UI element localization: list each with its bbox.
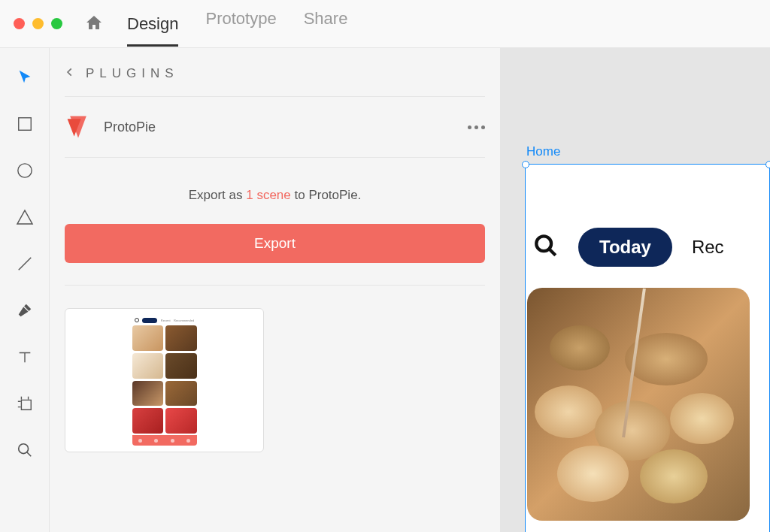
- artboard-tool[interactable]: [15, 394, 35, 413]
- title-bar: Design Prototype Share: [0, 0, 770, 48]
- artboard-label[interactable]: Home: [526, 144, 770, 159]
- back-chevron-icon[interactable]: [65, 67, 75, 80]
- svg-rect-0: [18, 118, 31, 131]
- tab-design[interactable]: Design: [127, 14, 178, 47]
- protopie-icon: [65, 113, 92, 141]
- rectangle-tool[interactable]: [15, 114, 35, 134]
- zoom-tool[interactable]: [15, 440, 35, 460]
- today-pill: Today: [578, 228, 672, 267]
- close-window-button[interactable]: [14, 18, 25, 29]
- tool-sidebar: [0, 48, 50, 532]
- svg-point-3: [536, 236, 551, 251]
- recent-tab: Rec: [692, 237, 724, 258]
- home-icon[interactable]: [85, 14, 103, 35]
- selection-handle[interactable]: [522, 161, 529, 168]
- export-description: Export as 1 scene to ProtoPie.: [65, 158, 485, 224]
- hero-image: [527, 288, 750, 521]
- thumbnail-preview: Recent Recommended: [130, 315, 199, 446]
- maximize-window-button[interactable]: [51, 18, 62, 29]
- scene-thumbnail[interactable]: Recent Recommended: [65, 308, 264, 452]
- scene-count: 1 scene: [246, 188, 291, 202]
- line-tool[interactable]: [15, 254, 35, 274]
- search-icon: [533, 233, 559, 261]
- selection-handle[interactable]: [765, 161, 770, 168]
- plugins-panel: PLUGINS ProtoPie Export as 1 scene to Pr…: [50, 48, 501, 532]
- artboard-home[interactable]: Today Rec: [525, 164, 770, 532]
- ellipse-tool[interactable]: [15, 161, 35, 180]
- select-tool[interactable]: [15, 68, 35, 87]
- svg-point-1: [17, 164, 31, 177]
- plugin-name: ProtoPie: [104, 119, 156, 135]
- minimize-window-button[interactable]: [32, 18, 44, 29]
- polygon-tool[interactable]: [15, 207, 35, 227]
- window-controls: [14, 18, 62, 29]
- tab-prototype[interactable]: Prototype: [205, 9, 276, 39]
- more-options-button[interactable]: [468, 125, 485, 129]
- panel-title: PLUGINS: [86, 66, 179, 81]
- svg-point-2: [18, 444, 28, 454]
- mode-tabs: Design Prototype Share: [127, 9, 347, 39]
- design-canvas[interactable]: Home Today Rec: [501, 48, 770, 532]
- pen-tool[interactable]: [15, 301, 35, 320]
- export-button[interactable]: Export: [65, 224, 485, 263]
- plugin-row: ProtoPie: [65, 96, 485, 158]
- text-tool[interactable]: [15, 347, 35, 367]
- tab-share[interactable]: Share: [304, 9, 348, 39]
